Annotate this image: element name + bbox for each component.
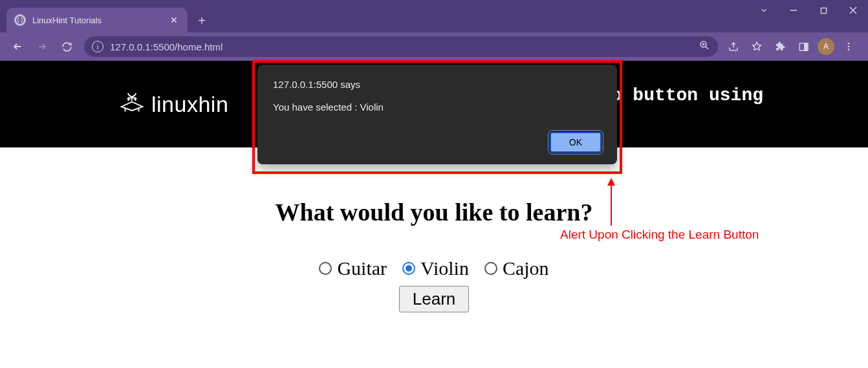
address-bar[interactable]: i 127.0.0.1:5500/home.html [84, 36, 718, 57]
extensions-icon[interactable] [771, 38, 789, 56]
svg-point-13 [848, 46, 850, 48]
browser-chrome: LinuxHint Tutorials ✕ + i 127.0.0.1:5500… [0, 0, 868, 61]
alert-actions: OK [273, 132, 602, 153]
info-icon[interactable]: i [92, 41, 103, 52]
page-question: What would you like to learn? [0, 198, 868, 226]
radio-option-cajon[interactable]: Cajon [484, 257, 549, 279]
header-text-fragment: o button using [611, 85, 763, 105]
toolbar: i 127.0.0.1:5500/home.html A [0, 32, 868, 61]
back-button[interactable] [6, 36, 28, 58]
maximize-button[interactable] [808, 0, 838, 21]
svg-rect-2 [821, 8, 826, 13]
share-icon[interactable] [724, 38, 743, 56]
logo-text: linuxhin [151, 92, 228, 117]
menu-icon[interactable] [840, 38, 858, 56]
close-icon[interactable]: ✕ [168, 14, 180, 26]
window-controls [749, 0, 868, 21]
star-icon[interactable] [748, 38, 766, 56]
url-text: 127.0.0.1:5500/home.html [110, 41, 692, 52]
minimize-button[interactable] [779, 0, 808, 21]
zoom-icon[interactable] [699, 39, 710, 54]
globe-icon [14, 14, 26, 26]
svg-marker-17 [607, 178, 615, 186]
radio-icon [402, 262, 415, 275]
svg-rect-11 [804, 43, 807, 50]
radio-label-text: Violin [420, 257, 469, 279]
svg-point-12 [848, 43, 850, 45]
annotation-text: Alert Upon Clicking the Learn Button [560, 228, 759, 242]
close-window-button[interactable] [838, 0, 868, 21]
new-tab-button[interactable]: + [193, 12, 211, 30]
logo-icon [116, 87, 147, 121]
alert-title: 127.0.0.1:5500 says [273, 79, 602, 90]
alert-message: You have selected : Violin [273, 102, 602, 113]
sidepanel-icon[interactable] [794, 38, 812, 56]
svg-line-6 [706, 47, 708, 49]
svg-point-14 [848, 49, 850, 50]
profile-avatar[interactable]: A [818, 38, 834, 55]
radio-icon [484, 262, 497, 275]
alert-dialog: 127.0.0.1:5500 says You have selected : … [257, 65, 617, 164]
radio-option-violin[interactable]: Violin [402, 257, 469, 279]
browser-tab[interactable]: LinuxHint Tutorials ✕ [6, 8, 188, 32]
chevron-down-icon[interactable] [749, 0, 779, 21]
radio-label-text: Guitar [337, 257, 387, 279]
site-logo: linuxhin [116, 87, 228, 121]
alert-ok-button[interactable]: OK [550, 132, 602, 153]
learn-button[interactable]: Learn [399, 286, 470, 312]
tab-title: LinuxHint Tutorials [32, 16, 162, 25]
reload-button[interactable] [56, 36, 78, 58]
radio-icon [319, 262, 332, 275]
forward-button[interactable] [31, 36, 53, 58]
tab-bar: LinuxHint Tutorials ✕ + [0, 0, 868, 32]
toolbar-right: A [724, 38, 862, 56]
radio-label-text: Cajon [503, 257, 549, 279]
radio-option-guitar[interactable]: Guitar [319, 257, 387, 279]
radio-group: Guitar Violin Cajon [0, 257, 868, 279]
annotation-arrow-icon [605, 178, 618, 226]
